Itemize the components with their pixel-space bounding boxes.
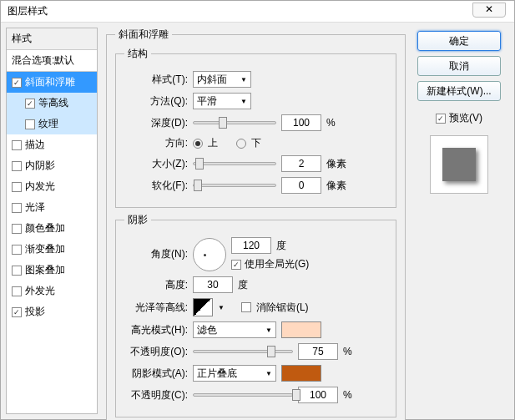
shadow-mode-combo[interactable]: 正片叠底 bbox=[193, 365, 276, 382]
preview-checkbox[interactable] bbox=[436, 114, 446, 124]
style-item-checkbox[interactable] bbox=[25, 99, 35, 109]
cancel-button[interactable]: 取消 bbox=[417, 56, 501, 76]
style-item[interactable]: 外发光 bbox=[7, 281, 97, 301]
structure-group: 结构 样式(T): 内斜面 方法(Q): 平滑 深度(D): 100 % bbox=[115, 47, 396, 208]
style-item-checkbox[interactable] bbox=[12, 161, 22, 171]
layer-style-dialog: 图层样式 ✕ 样式 混合选项:默认 斜面和浮雕等高线纹理描边内阴影内发光光泽颜色… bbox=[0, 0, 515, 420]
style-item-checkbox[interactable] bbox=[12, 286, 22, 296]
style-item[interactable]: 斜面和浮雕 bbox=[7, 72, 97, 93]
angle-label: 角度(N): bbox=[124, 247, 188, 261]
style-item-label: 图案叠加 bbox=[25, 263, 65, 277]
shading-title: 阴影 bbox=[124, 213, 151, 227]
angle-wheel[interactable] bbox=[193, 238, 226, 271]
direction-up-label: 上 bbox=[208, 136, 218, 150]
title-bar: 图层样式 ✕ bbox=[1, 1, 514, 23]
gloss-contour-label: 光泽等高线: bbox=[124, 301, 188, 315]
direction-down-label: 下 bbox=[251, 136, 261, 150]
size-input[interactable]: 2 bbox=[281, 155, 321, 172]
shadow-opacity-label: 不透明度(C): bbox=[124, 388, 188, 402]
settings-panel: 斜面和浮雕 结构 样式(T): 内斜面 方法(Q): 平滑 深度(D): 100 bbox=[103, 28, 409, 414]
direction-label: 方向: bbox=[124, 136, 188, 150]
style-item-checkbox[interactable] bbox=[12, 182, 22, 192]
shadow-opacity-input[interactable]: 100 bbox=[298, 387, 338, 403]
style-item-checkbox[interactable] bbox=[25, 119, 35, 129]
style-item[interactable]: 内发光 bbox=[7, 176, 97, 197]
highlight-color-swatch[interactable] bbox=[281, 321, 321, 338]
style-item-checkbox[interactable] bbox=[12, 203, 22, 213]
shadow-color-swatch[interactable] bbox=[281, 365, 321, 382]
style-item[interactable]: 颜色叠加 bbox=[7, 218, 97, 239]
style-item[interactable]: 等高线 bbox=[7, 93, 97, 114]
style-item-checkbox[interactable] bbox=[12, 140, 22, 150]
style-item-label: 描边 bbox=[25, 138, 45, 152]
style-item[interactable]: 投影 bbox=[7, 301, 97, 322]
angle-unit: 度 bbox=[276, 239, 286, 253]
shadow-mode-label: 阴影模式(A): bbox=[124, 367, 188, 381]
style-list-header: 样式 bbox=[7, 28, 97, 50]
style-item-label: 渐变叠加 bbox=[25, 242, 65, 256]
highlight-opacity-slider[interactable] bbox=[193, 350, 293, 353]
dialog-title: 图层样式 bbox=[8, 4, 48, 18]
soften-label: 软化(F): bbox=[124, 179, 188, 193]
style-item[interactable]: 渐变叠加 bbox=[7, 239, 97, 260]
gloss-contour-picker[interactable] bbox=[193, 298, 213, 316]
style-item[interactable]: 光泽 bbox=[7, 197, 97, 218]
style-label: 样式(T): bbox=[124, 73, 188, 87]
soften-input[interactable]: 0 bbox=[281, 177, 321, 194]
size-label: 大小(Z): bbox=[124, 157, 188, 171]
size-unit: 像素 bbox=[326, 157, 351, 171]
global-light-label: 使用全局光(G) bbox=[245, 257, 309, 271]
global-light-checkbox[interactable] bbox=[231, 260, 241, 270]
close-button[interactable]: ✕ bbox=[472, 3, 506, 18]
ok-button[interactable]: 确定 bbox=[417, 31, 501, 51]
depth-unit: % bbox=[326, 117, 351, 129]
style-item-label: 内发光 bbox=[25, 180, 55, 194]
preview-label: 预览(V) bbox=[449, 111, 482, 125]
style-item-checkbox[interactable] bbox=[12, 78, 22, 88]
blend-options-item[interactable]: 混合选项:默认 bbox=[7, 50, 97, 72]
style-item-checkbox[interactable] bbox=[12, 307, 22, 317]
pct-unit-2: % bbox=[343, 389, 352, 401]
style-item-label: 斜面和浮雕 bbox=[25, 75, 75, 89]
depth-slider[interactable] bbox=[193, 121, 276, 124]
depth-input[interactable]: 100 bbox=[281, 114, 321, 131]
direction-up-radio[interactable] bbox=[193, 139, 203, 149]
soften-unit: 像素 bbox=[326, 179, 351, 193]
style-item-label: 投影 bbox=[25, 305, 45, 319]
bevel-group: 斜面和浮雕 结构 样式(T): 内斜面 方法(Q): 平滑 深度(D): 100 bbox=[106, 28, 406, 420]
style-list: 样式 混合选项:默认 斜面和浮雕等高线纹理描边内阴影内发光光泽颜色叠加渐变叠加图… bbox=[6, 28, 98, 414]
style-item-label: 外发光 bbox=[25, 284, 55, 298]
highlight-opacity-input[interactable]: 75 bbox=[298, 343, 338, 360]
style-item-checkbox[interactable] bbox=[12, 245, 22, 255]
method-combo[interactable]: 平滑 bbox=[193, 93, 251, 109]
style-item-label: 内阴影 bbox=[25, 159, 55, 173]
structure-title: 结构 bbox=[124, 47, 151, 61]
style-item-label: 光泽 bbox=[25, 200, 45, 215]
angle-input[interactable]: 120 bbox=[231, 237, 271, 254]
style-item[interactable]: 纹理 bbox=[7, 114, 97, 134]
method-label: 方法(Q): bbox=[124, 94, 188, 109]
style-item-label: 等高线 bbox=[38, 96, 68, 110]
direction-down-radio[interactable] bbox=[236, 139, 246, 149]
style-item[interactable]: 内阴影 bbox=[7, 155, 97, 176]
highlight-mode-combo[interactable]: 滤色 bbox=[193, 321, 276, 338]
altitude-unit: 度 bbox=[238, 278, 248, 292]
size-slider[interactable] bbox=[193, 162, 276, 165]
style-item-checkbox[interactable] bbox=[12, 224, 22, 234]
style-combo[interactable]: 内斜面 bbox=[193, 71, 251, 88]
style-item-checkbox[interactable] bbox=[12, 266, 22, 276]
antialias-checkbox[interactable] bbox=[241, 302, 251, 312]
style-item[interactable]: 图案叠加 bbox=[7, 260, 97, 281]
highlight-mode-label: 高光模式(H): bbox=[124, 323, 188, 337]
soften-slider[interactable] bbox=[193, 184, 276, 187]
bevel-group-title: 斜面和浮雕 bbox=[115, 28, 172, 42]
right-buttons: 确定 取消 新建样式(W)... 预览(V) bbox=[409, 28, 509, 414]
shading-group: 阴影 角度(N): 120 度 使用全局光(G) bbox=[115, 213, 396, 417]
preview-swatch bbox=[430, 135, 488, 194]
close-icon: ✕ bbox=[485, 3, 493, 15]
new-style-button[interactable]: 新建样式(W)... bbox=[417, 81, 501, 101]
style-item[interactable]: 描边 bbox=[7, 134, 97, 155]
highlight-opacity-label: 不透明度(O): bbox=[124, 345, 188, 359]
shadow-opacity-slider[interactable] bbox=[193, 393, 293, 397]
altitude-input[interactable]: 30 bbox=[193, 276, 233, 293]
